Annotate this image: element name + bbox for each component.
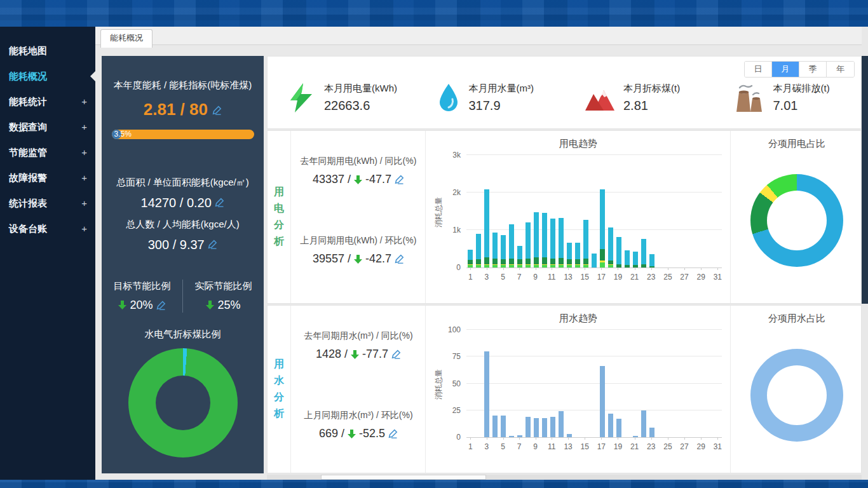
electricity-compare-zone: 去年同期用电(kWh) / 同比(%) 43337/-47.7 上月同期用电(k… [290, 131, 426, 303]
sidebar-item-label: 能耗概况 [9, 71, 47, 81]
bar-day-25 [664, 155, 672, 268]
decrease-arrow-icon [351, 350, 359, 359]
water-share-zone: 分项用水占比 [730, 306, 863, 473]
sidebar-item-data-query[interactable]: 数据查询+ [0, 114, 95, 140]
stat-value: 22663.6 [324, 97, 397, 114]
bar-day-27 [681, 155, 689, 268]
bar-day-10 [541, 155, 549, 268]
edit-icon[interactable] [215, 198, 224, 207]
expand-plus-icon[interactable]: + [81, 89, 87, 114]
bar-day-29 [697, 330, 705, 437]
edit-icon[interactable] [156, 301, 166, 310]
edit-icon[interactable] [212, 105, 222, 115]
bar-day-23 [648, 330, 656, 437]
stat-label: 本月折标煤(t) [623, 82, 680, 95]
bar-day-11 [549, 330, 557, 437]
bar-day-11 [549, 155, 557, 268]
bar-day-15 [582, 330, 590, 437]
bar-day-14 [574, 330, 582, 437]
electricity-section-label: 用电分析 [268, 131, 290, 303]
bar-day-24 [656, 155, 664, 268]
bar-day-9 [532, 155, 541, 268]
expand-plus-icon[interactable]: + [81, 165, 87, 191]
stat-value: 7.01 [773, 97, 830, 114]
sidebar-item-fault-alarm[interactable]: 故障报警+ [0, 165, 95, 191]
decrease-arrow-icon [348, 430, 356, 438]
bar-day-30 [705, 155, 714, 268]
bar-day-2 [475, 155, 483, 268]
expand-plus-icon[interactable]: + [81, 114, 87, 140]
period-month-button[interactable]: 月 [772, 62, 799, 77]
tab-bar: 能耗概况 [95, 27, 862, 45]
annual-progress-bar: 3.5% [112, 130, 254, 139]
expand-plus-icon[interactable]: + [81, 216, 87, 241]
bar-day-19 [614, 330, 623, 437]
water-yoy-label: 去年同期用水(m³) / 同比(%) [291, 330, 426, 342]
sidebar-item-energy-overview[interactable]: 能耗概况 [0, 64, 95, 89]
electricity-trend-title: 用电趋势 [426, 138, 731, 150]
actual-saving: 实际节能比例 25% [182, 280, 264, 313]
bar-day-4 [491, 155, 499, 268]
bar-day-20 [623, 155, 631, 268]
electricity-yoy-label: 去年同期用电(kWh) / 同比(%) [291, 155, 426, 167]
edit-icon[interactable] [395, 175, 404, 184]
period-year-button[interactable]: 年 [827, 62, 854, 77]
sidebar-item-energy-map[interactable]: 能耗地图 [0, 38, 95, 64]
bar-day-2 [475, 330, 483, 437]
bar-day-13 [566, 155, 574, 268]
edit-icon[interactable] [391, 349, 401, 359]
bar-day-21 [631, 155, 639, 268]
electricity-y-axis-label: 消耗总量 [433, 197, 444, 227]
factory-icon [733, 83, 765, 112]
edit-icon[interactable] [388, 429, 398, 438]
bar-day-17 [599, 155, 607, 268]
bar-day-27 [681, 330, 689, 437]
progress-percent: 3.5% [114, 130, 132, 139]
electricity-mom-value: 39557/-42.7 [291, 252, 426, 266]
sidebar-item-energy-saving-supervision[interactable]: 节能监管+ [0, 140, 95, 165]
bar-day-8 [524, 330, 532, 437]
bar-day-7 [516, 155, 524, 268]
sidebar-item-label: 故障报警 [9, 172, 47, 183]
horizontal-scrollbar [267, 475, 862, 480]
actual-saving-value: 25% [183, 297, 264, 313]
water-share-donut-chart [750, 349, 843, 442]
bar-day-28 [689, 155, 697, 268]
horizontal-scrollbar-thumb[interactable] [321, 475, 486, 480]
expand-plus-icon[interactable]: + [81, 140, 87, 165]
water-mom-label: 上月同期用水(m³) / 环比(%) [291, 409, 426, 421]
bar-day-19 [614, 155, 623, 268]
sidebar-item-statistical-report[interactable]: 统计报表+ [0, 191, 95, 216]
bar-day-14 [574, 155, 582, 268]
stat-item: 本月碳排放(t)7.01 [713, 82, 862, 114]
vertical-scrollbar [862, 27, 868, 480]
bar-day-29 [697, 155, 705, 268]
sidebar-item-label: 节能监管 [9, 147, 47, 158]
period-quarter-button[interactable]: 季 [799, 62, 827, 77]
water-yoy-value: 1428/-77.7 [291, 348, 426, 361]
stat-label: 本月用电量(kWh) [324, 82, 397, 95]
electricity-share-donut-chart [750, 174, 843, 267]
target-saving: 目标节能比例 20% [102, 280, 182, 313]
water-trend-chart: 用水趋势 消耗总量 025507510013579111315171921232… [425, 306, 731, 473]
sidebar-item-label: 数据查询 [9, 121, 47, 132]
period-day-button[interactable]: 日 [745, 62, 772, 77]
bar-day-8 [524, 155, 532, 268]
bar-day-22 [639, 155, 648, 268]
bar-day-30 [705, 330, 714, 437]
stat-value: 2.81 [623, 97, 680, 114]
sidebar-item-energy-statistics[interactable]: 能耗统计+ [0, 89, 95, 114]
edit-icon[interactable] [395, 254, 404, 264]
bar-day-25 [664, 330, 672, 437]
stat-item: 本月用水量(m³)317.9 [416, 82, 565, 114]
area-energy-value: 14270 / 0.20 [102, 194, 264, 211]
water-section-label: 用水分析 [268, 306, 290, 473]
expand-plus-icon[interactable]: + [81, 191, 87, 216]
vertical-scrollbar-thumb[interactable] [862, 56, 868, 304]
sidebar-item-equipment-ledger[interactable]: 设备台账+ [0, 216, 95, 241]
edit-icon[interactable] [208, 240, 217, 249]
bar-day-9 [532, 330, 541, 437]
decrease-arrow-icon [354, 255, 362, 264]
bar-day-4 [491, 330, 499, 437]
decrease-arrow-icon [354, 175, 362, 184]
